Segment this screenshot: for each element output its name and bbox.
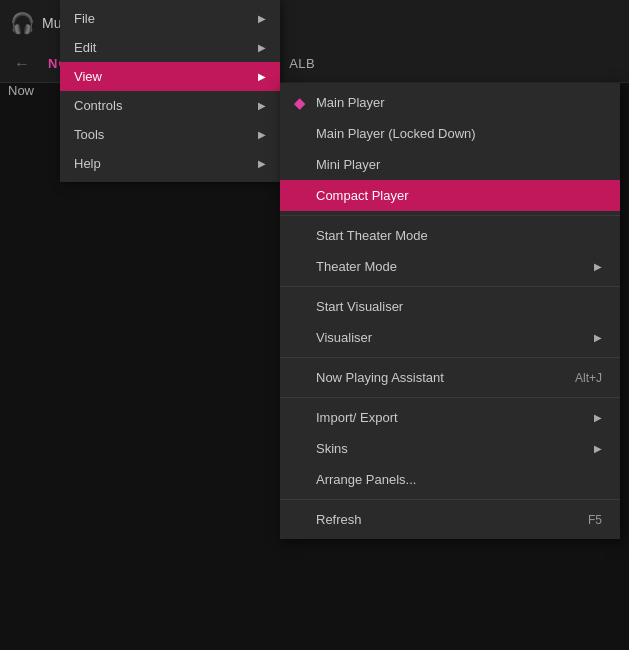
- submenu-main-player[interactable]: ◆ Main Player: [280, 87, 620, 118]
- submenu-mini-player[interactable]: Mini Player: [280, 149, 620, 180]
- submenu-skins-arrow: ▶: [594, 443, 602, 454]
- submenu-refresh[interactable]: Refresh F5: [280, 504, 620, 535]
- menu-file-arrow: ▶: [258, 13, 266, 24]
- menu-item-file[interactable]: File ▶: [60, 4, 280, 33]
- menu-item-view[interactable]: View ▶: [60, 62, 280, 91]
- separator-3: [280, 357, 620, 358]
- menu-item-controls[interactable]: Controls ▶: [60, 91, 280, 120]
- now-label: Now: [8, 83, 34, 98]
- menu-controls-arrow: ▶: [258, 100, 266, 111]
- menu-edit-label: Edit: [74, 40, 96, 55]
- submenu-skins-label: Skins: [316, 441, 348, 456]
- separator-4: [280, 397, 620, 398]
- app-icon: 🎧: [8, 9, 36, 37]
- submenu-visualiser-label: Visualiser: [316, 330, 372, 345]
- submenu-import-export[interactable]: Import/ Export ▶: [280, 402, 620, 433]
- menu-help-label: Help: [74, 156, 101, 171]
- submenu-compact-player[interactable]: Compact Player: [280, 180, 620, 211]
- submenu-import-export-arrow: ▶: [594, 412, 602, 423]
- submenu-start-theater-label: Start Theater Mode: [316, 228, 428, 243]
- submenu-start-visualiser[interactable]: Start Visualiser: [280, 291, 620, 322]
- separator-1: [280, 215, 620, 216]
- submenu-main-player-locked[interactable]: Main Player (Locked Down): [280, 118, 620, 149]
- submenu-refresh-label: Refresh: [316, 512, 362, 527]
- submenu-import-export-label: Import/ Export: [316, 410, 398, 425]
- menu-edit-arrow: ▶: [258, 42, 266, 53]
- check-icon: ◆: [294, 95, 305, 111]
- menu-controls-label: Controls: [74, 98, 122, 113]
- submenu-arrange-panels-label: Arrange Panels...: [316, 472, 416, 487]
- submenu-theater-mode[interactable]: Theater Mode ▶: [280, 251, 620, 282]
- menu-tools-arrow: ▶: [258, 129, 266, 140]
- tab-albums-partial[interactable]: ALB: [281, 52, 323, 75]
- submenu-now-playing-assistant[interactable]: Now Playing Assistant Alt+J: [280, 362, 620, 393]
- menu-view-label: View: [74, 69, 102, 84]
- submenu-main-player-locked-label: Main Player (Locked Down): [316, 126, 476, 141]
- back-button[interactable]: ←: [8, 51, 36, 77]
- submenu-main-player-label: Main Player: [316, 95, 385, 110]
- submenu-start-visualiser-label: Start Visualiser: [316, 299, 403, 314]
- menu-item-tools[interactable]: Tools ▶: [60, 120, 280, 149]
- refresh-shortcut: F5: [588, 513, 602, 527]
- main-menu: File ▶ Edit ▶ View ▶ Controls ▶ Tools ▶ …: [60, 0, 280, 182]
- submenu-compact-player-label: Compact Player: [316, 188, 408, 203]
- submenu-theater-arrow: ▶: [594, 261, 602, 272]
- submenu-skins[interactable]: Skins ▶: [280, 433, 620, 464]
- view-submenu: ◆ Main Player Main Player (Locked Down) …: [280, 83, 620, 539]
- submenu-theater-mode-label: Theater Mode: [316, 259, 397, 274]
- submenu-mini-player-label: Mini Player: [316, 157, 380, 172]
- submenu-start-theater[interactable]: Start Theater Mode: [280, 220, 620, 251]
- separator-2: [280, 286, 620, 287]
- menu-help-arrow: ▶: [258, 158, 266, 169]
- submenu-now-playing-assistant-label: Now Playing Assistant: [316, 370, 444, 385]
- menu-view-arrow: ▶: [258, 71, 266, 82]
- now-playing-assistant-shortcut: Alt+J: [575, 371, 602, 385]
- menu-item-edit[interactable]: Edit ▶: [60, 33, 280, 62]
- separator-5: [280, 499, 620, 500]
- menu-file-label: File: [74, 11, 95, 26]
- menu-item-help[interactable]: Help ▶: [60, 149, 280, 178]
- menu-tools-label: Tools: [74, 127, 104, 142]
- submenu-arrange-panels[interactable]: Arrange Panels...: [280, 464, 620, 495]
- submenu-visualiser[interactable]: Visualiser ▶: [280, 322, 620, 353]
- submenu-visualiser-arrow: ▶: [594, 332, 602, 343]
